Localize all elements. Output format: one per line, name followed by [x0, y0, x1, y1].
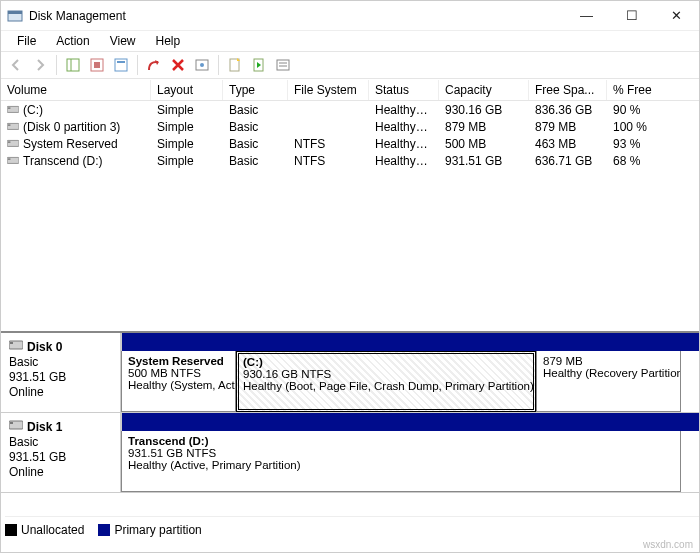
disk-icon [9, 339, 23, 354]
partition[interactable]: (C:)930.16 GB NTFSHealthy (Boot, Page Fi… [236, 351, 536, 412]
svg-rect-20 [8, 141, 11, 143]
svg-rect-22 [8, 158, 11, 160]
col-filesystem[interactable]: File System [288, 80, 369, 100]
disk-type: Basic [9, 355, 112, 369]
partitions: Transcend (D:)931.51 GB NTFSHealthy (Act… [121, 431, 699, 492]
col-pct[interactable]: % Free [607, 80, 667, 100]
col-free[interactable]: Free Spa... [529, 80, 607, 100]
volume-name: (Disk 0 partition 3) [23, 120, 120, 134]
menu-view[interactable]: View [100, 32, 146, 50]
forward-button[interactable] [29, 54, 51, 76]
drive-icon [7, 137, 19, 151]
svg-rect-12 [277, 60, 289, 70]
volume-fs [288, 107, 369, 113]
maximize-button[interactable]: ☐ [609, 1, 654, 30]
disk-state: Online [9, 465, 112, 479]
swatch-unallocated [5, 524, 17, 536]
menu-help[interactable]: Help [146, 32, 191, 50]
action-button[interactable] [248, 54, 270, 76]
partition[interactable]: System Reserved500 MB NTFSHealthy (Syste… [121, 351, 236, 412]
legend-primary: Primary partition [98, 523, 201, 537]
list-button[interactable] [272, 54, 294, 76]
partition-status: Healthy (Active, Primary Partition) [128, 459, 674, 471]
partition-strip: Transcend (D:)931.51 GB NTFSHealthy (Act… [121, 413, 699, 492]
disk-title: Disk 1 [27, 420, 62, 434]
swatch-primary [98, 524, 110, 536]
volume-status: Healthy (A... [369, 151, 439, 171]
partition-color-bar [121, 333, 699, 351]
refresh-button[interactable] [143, 54, 165, 76]
disk-size: 931.51 GB [9, 450, 112, 464]
partition-size: 879 MB [543, 355, 674, 367]
app-icon [7, 8, 23, 24]
volume-free: 636.71 GB [529, 151, 607, 171]
volume-list-header: Volume Layout Type File System Status Ca… [1, 79, 699, 101]
disk-header[interactable]: Disk 1Basic931.51 GBOnline [1, 413, 121, 492]
watermark: wsxdn.com [643, 539, 693, 550]
svg-rect-26 [10, 422, 13, 424]
volume-row[interactable]: Transcend (D:)SimpleBasicNTFSHealthy (A.… [1, 152, 699, 169]
volume-name: System Reserved [23, 137, 118, 151]
svg-rect-16 [8, 107, 11, 109]
partition-status: Healthy (Boot, Page File, Crash Dump, Pr… [243, 380, 529, 392]
partition-name: Transcend (D:) [128, 435, 674, 447]
window-controls: — ☐ ✕ [564, 1, 699, 30]
toolbar-separator [56, 55, 57, 75]
volume-fs [288, 124, 369, 130]
volume-name: Transcend (D:) [23, 154, 103, 168]
volume-name: (C:) [23, 103, 43, 117]
volume-capacity: 931.51 GB [439, 151, 529, 171]
svg-rect-6 [115, 59, 127, 71]
volume-pct: 68 % [607, 151, 667, 171]
volume-type: Basic [223, 151, 288, 171]
col-layout[interactable]: Layout [151, 80, 223, 100]
partition-status: Healthy (System, Active, [128, 379, 229, 391]
volume-row[interactable]: (Disk 0 partition 3)SimpleBasicHealthy (… [1, 118, 699, 135]
col-volume[interactable]: Volume [1, 80, 151, 100]
svg-rect-7 [117, 61, 125, 63]
properties-button[interactable] [86, 54, 108, 76]
partition-strip: System Reserved500 MB NTFSHealthy (Syste… [121, 333, 699, 412]
drive-icon [7, 154, 19, 168]
svg-rect-24 [10, 342, 13, 344]
disk-row: Disk 0Basic931.51 GBOnlineSystem Reserve… [1, 333, 699, 413]
svg-rect-1 [8, 11, 22, 14]
disk-type: Basic [9, 435, 112, 449]
volume-row[interactable]: (C:)SimpleBasicHealthy (B...930.16 GB836… [1, 101, 699, 118]
disk-size: 931.51 GB [9, 370, 112, 384]
menu-action[interactable]: Action [46, 32, 99, 50]
volume-row[interactable]: System ReservedSimpleBasicNTFSHealthy (S… [1, 135, 699, 152]
col-capacity[interactable]: Capacity [439, 80, 529, 100]
partition[interactable]: 879 MBHealthy (Recovery Partition [536, 351, 681, 412]
disk-map: Disk 0Basic931.51 GBOnlineSystem Reserve… [1, 331, 699, 511]
col-status[interactable]: Status [369, 80, 439, 100]
disk-state: Online [9, 385, 112, 399]
titlebar: Disk Management — ☐ ✕ [1, 1, 699, 31]
partition[interactable]: Transcend (D:)931.51 GB NTFSHealthy (Act… [121, 431, 681, 492]
show-hide-tree-button[interactable] [62, 54, 84, 76]
toolbar-separator [137, 55, 138, 75]
col-type[interactable]: Type [223, 80, 288, 100]
disk-row: Disk 1Basic931.51 GBOnlineTranscend (D:)… [1, 413, 699, 493]
partition-name: (C:) [243, 356, 529, 368]
partition-color-bar [121, 413, 699, 431]
legend: Unallocated Primary partition [5, 516, 699, 538]
volume-list[interactable]: (C:)SimpleBasicHealthy (B...930.16 GB836… [1, 101, 699, 169]
svg-rect-5 [94, 62, 100, 68]
window-title: Disk Management [29, 9, 564, 23]
menubar: File Action View Help [1, 31, 699, 51]
disk-icon [9, 419, 23, 434]
back-button[interactable] [5, 54, 27, 76]
close-button[interactable]: ✕ [654, 1, 699, 30]
partition-name: System Reserved [128, 355, 229, 367]
help-button[interactable] [110, 54, 132, 76]
menu-file[interactable]: File [7, 32, 46, 50]
toolbar-separator [218, 55, 219, 75]
delete-button[interactable] [167, 54, 189, 76]
settings-button[interactable] [191, 54, 213, 76]
partition-size: 931.51 GB NTFS [128, 447, 674, 459]
partition-status: Healthy (Recovery Partition [543, 367, 674, 379]
disk-header[interactable]: Disk 0Basic931.51 GBOnline [1, 333, 121, 412]
minimize-button[interactable]: — [564, 1, 609, 30]
new-button[interactable] [224, 54, 246, 76]
